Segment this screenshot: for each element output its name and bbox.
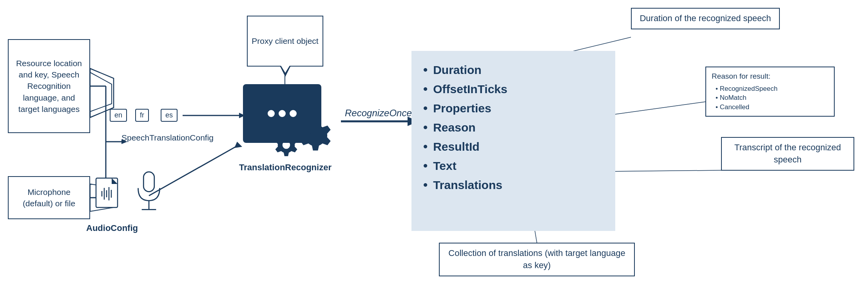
result-item-translations: Translations bbox=[423, 178, 603, 192]
gear-small-icon bbox=[274, 132, 299, 158]
reason-callout: Reason for result: • RecognizedSpeech • … bbox=[705, 67, 835, 117]
waveform-icon bbox=[94, 176, 125, 211]
tr-label: TranslationRecognizer bbox=[239, 162, 332, 173]
result-item-properties: Properties bbox=[423, 101, 603, 115]
result-item-reason: Reason bbox=[423, 120, 603, 135]
dot-3 bbox=[290, 110, 297, 117]
duration-callout-text: Duration of the recognized speech bbox=[640, 13, 771, 23]
lang-badge-es: es bbox=[161, 109, 178, 122]
result-item-resultid: ResultId bbox=[423, 139, 603, 154]
resource-box-text: Resource location and key, Speech Recogn… bbox=[13, 58, 85, 115]
reason-item-recognized: • RecognizedSpeech bbox=[716, 84, 828, 94]
svg-marker-1 bbox=[90, 72, 112, 112]
reason-callout-title: Reason for result: bbox=[712, 71, 828, 82]
transcript-callout-text: Transcript of the recognized speech bbox=[734, 142, 841, 164]
dot-2 bbox=[279, 110, 286, 117]
lang-badge-fr: fr bbox=[135, 109, 149, 122]
proxy-client-box: Proxy client object bbox=[247, 16, 323, 67]
svg-marker-6 bbox=[234, 142, 242, 148]
stc-label: SpeechTranslationConfig bbox=[121, 133, 214, 142]
diagram: Resource location and key, Speech Recogn… bbox=[0, 0, 868, 292]
mic-box-text: Microphone (default) or file bbox=[13, 186, 85, 209]
translations-callout-text: Collection of translations (with target … bbox=[448, 248, 625, 270]
result-item-text: Text bbox=[423, 159, 603, 173]
mic-box: Microphone (default) or file bbox=[8, 176, 90, 219]
audio-icons-area bbox=[94, 168, 165, 211]
resource-box: Resource location and key, Speech Recogn… bbox=[8, 39, 90, 133]
reason-item-nomatch: • NoMatch bbox=[716, 93, 828, 103]
svg-rect-27 bbox=[143, 172, 154, 191]
proxy-label-text: Proxy client object bbox=[252, 35, 318, 47]
lang-badge-en: en bbox=[110, 109, 127, 122]
result-box: Duration OffsetInTicks Properties Reason… bbox=[411, 51, 615, 231]
result-item-duration: Duration bbox=[423, 63, 603, 77]
chat-dots bbox=[268, 110, 297, 117]
duration-callout: Duration of the recognized speech bbox=[631, 8, 780, 29]
gear-big-icon bbox=[298, 117, 333, 153]
result-item-offsetinticks: OffsetInTicks bbox=[423, 82, 603, 96]
translations-callout: Collection of translations (with target … bbox=[439, 243, 635, 276]
transcript-callout: Transcript of the recognized speech bbox=[721, 137, 854, 171]
result-list: Duration OffsetInTicks Properties Reason… bbox=[423, 63, 603, 192]
dot-1 bbox=[268, 110, 275, 117]
audio-config-label: AudioConfig bbox=[86, 223, 138, 233]
reason-item-cancelled: • Cancelled bbox=[716, 103, 828, 112]
microphone-icon bbox=[133, 168, 165, 211]
reason-callout-items: • RecognizedSpeech • NoMatch • Cancelled bbox=[712, 84, 828, 112]
